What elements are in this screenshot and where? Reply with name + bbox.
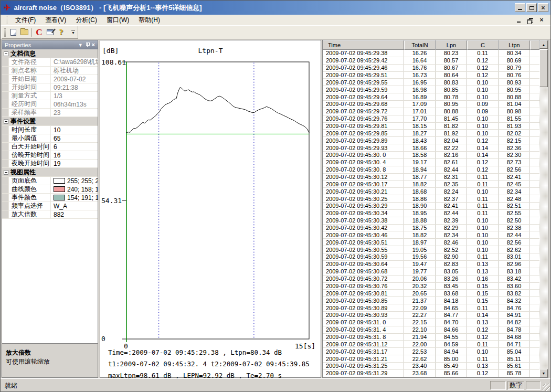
table-row[interactable]: 2009-07-02 09:45:30.4218.7582.290.1082.3…: [323, 225, 539, 232]
property-row[interactable]: 白天开始时间6: [2, 143, 98, 151]
table-row[interactable]: 2009-07-02 09:45:29.7217.0180.880.0980.9…: [323, 108, 539, 115]
pin-icon[interactable]: [86, 43, 89, 47]
table-row[interactable]: 2009-07-02 09:45:30.1718.8282.350.1182.4…: [323, 181, 539, 188]
mdi-close-button[interactable]: ×: [538, 17, 545, 24]
table-row[interactable]: 2009-07-02 09:45:30. 419.1782.610.1282.7…: [323, 159, 539, 166]
resize-grip-icon[interactable]: [543, 384, 550, 391]
table-row[interactable]: 2009-07-02 09:45:29.7617.7081.450.1081.5…: [323, 115, 539, 123]
table-row[interactable]: 2009-07-02 09:45:30.7220.0683.260.1683.4…: [323, 276, 539, 283]
property-value[interactable]: 23: [51, 109, 98, 116]
table-row[interactable]: 2009-07-02 09:45:30.3418.9582.440.1182.5…: [323, 210, 539, 217]
property-row[interactable]: 采样频率23: [2, 109, 98, 117]
table-row[interactable]: 2009-07-02 09:45:29.8918.4382.040.1282.1…: [323, 137, 539, 144]
table-row[interactable]: 2009-07-02 09:45:29.8518.2781.920.1082.0…: [323, 130, 539, 137]
property-section-header[interactable]: 文档信息: [2, 49, 98, 58]
table-row[interactable]: 2009-07-02 09:45:29.9318.6682.220.1482.3…: [323, 144, 539, 152]
table-row[interactable]: 2009-07-02 09:45:30.5919.5682.900.1183.0…: [323, 253, 539, 261]
table-row[interactable]: 2009-07-02 09:45:29.5516.9580.830.1080.9…: [323, 79, 539, 86]
property-row[interactable]: 曲线颜色240; 158; 158: [2, 185, 98, 194]
mdi-restore-button[interactable]: [526, 17, 534, 24]
table-row[interactable]: 2009-07-02 09:45:31.2923.6885.660.1285.7…: [323, 370, 539, 377]
property-value[interactable]: 2009-07-02: [51, 75, 98, 83]
menu-analyze[interactable]: 分析(C): [71, 15, 102, 26]
property-value[interactable]: 240; 158; 158: [51, 185, 98, 193]
menu-view[interactable]: 查看(V): [40, 15, 71, 26]
table-row[interactable]: 2009-07-02 09:45:30.8120.6583.680.1583.8…: [323, 290, 539, 297]
property-row[interactable]: 时间长度10: [2, 126, 98, 134]
table-row[interactable]: 2009-07-02 09:45:30.6419.4782.830.1382.9…: [323, 261, 539, 268]
property-value[interactable]: 09:21:38: [51, 83, 98, 91]
properties-button[interactable]: [45, 27, 56, 38]
ltpn-chart[interactable]: [100, 40, 322, 378]
table-row[interactable]: 2009-07-02 09:45:30.2918.9082.410.1182.5…: [323, 203, 539, 210]
table-row[interactable]: 2009-07-02 09:45:30.8521.3784.180.1584.3…: [323, 297, 539, 304]
table-row[interactable]: 2009-07-02 09:45:31. 022.1584.700.1384.8…: [323, 319, 539, 326]
scroll-down-button[interactable]: ▼: [539, 369, 548, 377]
property-row[interactable]: 傍晚开始时间16: [2, 151, 98, 160]
property-row[interactable]: 测点名称栎社机场: [2, 67, 98, 75]
table-row[interactable]: 2009-07-02 09:45:30.5519.0582.520.1082.6…: [323, 246, 539, 253]
property-row[interactable]: 事件颜色154; 191; 183: [2, 194, 98, 202]
property-value[interactable]: 06h34m13s: [51, 100, 98, 108]
table-row[interactable]: 2009-07-02 09:45:30.3818.8882.390.1082.5…: [323, 217, 539, 225]
chart-panel[interactable]: [dB] Ltpn-T 108.61 54.31 0 0 15[s] Time=…: [100, 40, 321, 378]
property-value[interactable]: 16: [51, 151, 98, 159]
collapse-icon[interactable]: [4, 170, 8, 175]
toolbar-grip[interactable]: [4, 28, 6, 37]
table-row[interactable]: 2009-07-02 09:45:30.8922.0984.650.1184.7…: [323, 304, 539, 312]
table-row[interactable]: 2009-07-02 09:45:31.1722.5384.940.1085.0…: [323, 348, 539, 355]
column-header-ltpn[interactable]: Ltpn: [499, 40, 530, 50]
property-row[interactable]: 开始日期2009-07-02: [2, 75, 98, 83]
property-row[interactable]: 文件路径C:\awa6298\机场: [2, 58, 98, 67]
table-row[interactable]: 2009-07-02 09:45:30. 018.5882.160.1482.3…: [323, 152, 539, 159]
property-value[interactable]: 6: [51, 143, 98, 151]
table-row[interactable]: 2009-07-02 09:45:31. 422.1084.660.1284.7…: [323, 326, 539, 334]
property-row[interactable]: 夜晚开始时间19: [2, 160, 98, 168]
table-scrollbar[interactable]: ▲ ▼: [539, 40, 548, 377]
property-row[interactable]: 测量方式1/3: [2, 92, 98, 100]
scrollbar-thumb[interactable]: [539, 49, 548, 87]
table-row[interactable]: 2009-07-02 09:45:29.5116.7380.640.1280.7…: [323, 72, 539, 79]
table-row[interactable]: 2009-07-02 09:45:30.7620.3283.450.1583.6…: [323, 283, 539, 290]
property-value[interactable]: 65: [51, 134, 98, 142]
toolbar-overflow-button[interactable]: ▼: [70, 27, 77, 38]
property-section-header[interactable]: 视图属性: [2, 168, 98, 177]
column-header-totaln[interactable]: TotalN: [404, 40, 436, 50]
column-header-c[interactable]: C: [467, 40, 499, 50]
table-row[interactable]: 2009-07-02 09:45:29.4616.7680.670.1280.7…: [323, 65, 539, 72]
collapse-icon[interactable]: [4, 51, 8, 56]
property-value[interactable]: 255; 255; 255: [51, 177, 98, 185]
table-row[interactable]: 2009-07-02 09:45:29.3816.2680.230.1180.3…: [323, 50, 539, 57]
table-row[interactable]: 2009-07-02 09:45:31.2523.4085.490.1385.6…: [323, 363, 539, 370]
menu-grip[interactable]: [6, 16, 7, 24]
property-value[interactable]: 栎社机场: [51, 67, 98, 75]
property-value[interactable]: 19: [51, 160, 98, 167]
menu-help[interactable]: 帮助(H): [134, 15, 165, 26]
menu-file[interactable]: 文件(F): [10, 15, 40, 26]
property-value[interactable]: C:\awa6298\机场: [51, 58, 98, 66]
property-value[interactable]: W_A: [51, 202, 98, 210]
table-row[interactable]: 2009-07-02 09:45:30.9322.2784.770.1484.9…: [323, 312, 539, 319]
table-row[interactable]: 2009-07-02 09:45:30.1218.7782.310.1182.4…: [323, 174, 539, 181]
chevron-down-icon[interactable]: ▼: [78, 43, 83, 48]
close-button[interactable]: ×: [538, 3, 548, 12]
property-row[interactable]: 最小阈值65: [2, 134, 98, 143]
new-document-button[interactable]: [8, 27, 19, 38]
table-row[interactable]: 2009-07-02 09:45:31. 821.9484.550.1284.6…: [323, 334, 539, 341]
table-row[interactable]: 2009-07-02 09:45:30.2118.6882.240.1082.3…: [323, 188, 539, 195]
table-row[interactable]: 2009-07-02 09:45:31.2122.6285.000.1185.1…: [323, 355, 539, 363]
help-button[interactable]: ?: [56, 27, 67, 38]
scroll-up-button[interactable]: ▲: [539, 40, 548, 49]
table-row[interactable]: 2009-07-02 09:45:31.1222.0084.590.1184.7…: [323, 341, 539, 348]
table-row[interactable]: 2009-07-02 09:45:30.4618.8282.340.1082.4…: [323, 231, 539, 239]
table-row[interactable]: 2009-07-02 09:45:29.6416.8980.780.1080.8…: [323, 93, 539, 101]
table-row[interactable]: 2009-07-02 09:45:29.6817.0980.950.0981.0…: [323, 101, 539, 108]
property-value[interactable]: 882: [51, 210, 98, 218]
property-row[interactable]: 页面底色255; 255; 255: [2, 177, 98, 185]
minimize-button[interactable]: [515, 3, 525, 12]
collapse-icon[interactable]: [4, 119, 8, 124]
open-file-button[interactable]: [19, 27, 30, 38]
maximize-button[interactable]: [526, 3, 537, 12]
table-row[interactable]: 2009-07-02 09:45:30.2518.8682.370.1182.4…: [323, 195, 539, 203]
property-row[interactable]: 频率点选择W_A: [2, 202, 98, 210]
